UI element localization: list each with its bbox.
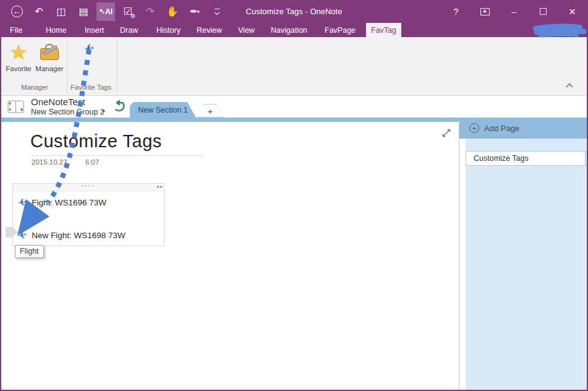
section-group-name[interactable]: New Section Group 2 — [31, 108, 104, 116]
pan-button[interactable]: ✋ — [163, 2, 182, 21]
tab-file[interactable]: File — [7, 23, 25, 37]
maximize-icon — [540, 8, 547, 15]
quick-access-toolbar: ← ↶ ◫ ▤ ↖AI ☑ ⚙ ↷ ✋ — [7, 0, 226, 23]
page-date: 2015.10.27 — [32, 158, 67, 166]
undo-icon: ↶ — [35, 6, 43, 17]
collapse-ribbon-icon[interactable] — [566, 83, 573, 90]
undo-button[interactable]: ↶ — [30, 2, 48, 21]
tab-insert[interactable]: Insert — [82, 23, 106, 37]
minimize-button[interactable]: – — [500, 0, 529, 23]
flight-tag-button[interactable]: ✈ — [75, 39, 105, 86]
dock-to-desktop-button[interactable]: ◫ — [52, 2, 70, 21]
airplane-icon: ✈ — [83, 41, 95, 56]
add-page-button[interactable]: + Add Page — [459, 118, 588, 139]
move-handle-icon[interactable]: ···· — [13, 182, 164, 189]
manager-button[interactable]: Manager — [35, 39, 64, 86]
section-tab-new-section-1[interactable]: New Section 1 — [130, 102, 196, 118]
favorite-button[interactable]: ★ Favorite — [4, 39, 33, 86]
pens-button[interactable]: ✒ ▾ — [185, 2, 204, 21]
flight-tooltip: Flight — [15, 245, 44, 258]
redo-button[interactable]: ↷ — [141, 2, 160, 21]
tab-favpage[interactable]: FavPage — [322, 23, 358, 37]
note-container[interactable]: ···· ◂ ▸ ✈ Fight: WS1696 73W ✈ New Fight… — [12, 183, 164, 246]
qat-menu-icon — [215, 9, 219, 14]
tab-favtag[interactable]: FavTag — [366, 23, 401, 37]
ribbon-tab-bar: File Home Insert Draw History Review Vie… — [1, 23, 587, 37]
ai-cursor-icon: ↖AI — [99, 7, 113, 16]
gear-icon: ⚙ — [130, 13, 135, 19]
customize-qat-button[interactable] — [208, 2, 226, 21]
back-icon: ← — [11, 6, 23, 17]
note-line[interactable]: ✈ Fight: WS1696 73W — [18, 196, 106, 209]
title-underline — [30, 155, 203, 156]
create-section-tab[interactable]: + — [197, 104, 224, 118]
page-list-panel: + Add Page Customize Tags 电脑软硬件教程网 www.c… — [459, 118, 588, 390]
tab-review[interactable]: Review — [194, 23, 224, 37]
page-time: 6:07 — [85, 158, 99, 166]
onenote-window: ← ↶ ◫ ▤ ↖AI ☑ ⚙ ↷ ✋ — [0, 0, 588, 391]
flight-tag-icon[interactable]: ✈ — [17, 228, 28, 243]
page-item-customize-tags[interactable]: Customize Tags — [466, 151, 586, 166]
note-line[interactable]: ✈ New Fight: WS1698 73W — [18, 229, 126, 242]
add-page-label: Add Page — [484, 124, 519, 133]
notebook-nav: OneNoteTest New Section Group 2 ▾ New Se… — [1, 96, 587, 118]
pens-caret-icon: ▾ — [197, 9, 200, 15]
back-button[interactable]: ← — [7, 2, 26, 21]
page-canvas[interactable]: Customize Tags 2015.10.27 6:07 ···· ◂ ▸ … — [2, 122, 459, 390]
page-list-background — [466, 139, 588, 390]
ribbon-display-options-button[interactable] — [471, 0, 500, 23]
flight-tag-icon[interactable]: ✈ — [17, 196, 28, 210]
star-icon: ★ — [9, 42, 28, 62]
ribbon: ★ Favorite Manager Manager ✈ Favorite Ta… — [1, 37, 587, 96]
dock-icon: ◫ — [56, 6, 66, 17]
expand-page-icon[interactable] — [441, 128, 451, 138]
full-page-view-button[interactable]: ▤ — [74, 2, 93, 21]
ribbon-display-icon — [480, 8, 490, 15]
help-button[interactable]: ? — [441, 0, 471, 23]
plus-circle-icon: + — [469, 123, 479, 133]
close-button[interactable]: × — [558, 0, 587, 23]
notebook-name[interactable]: OneNoteTest — [31, 97, 85, 107]
maximize-button[interactable] — [529, 0, 558, 23]
manager-button-label: Manager — [35, 65, 63, 72]
note-container-header[interactable]: ···· ◂ ▸ — [13, 184, 164, 191]
full-page-icon: ▤ — [79, 6, 88, 17]
tab-draw[interactable]: Draw — [117, 23, 140, 37]
favorite-button-label: Favorite — [6, 65, 32, 72]
tab-view[interactable]: View — [236, 23, 257, 37]
notebook-icon[interactable] — [7, 100, 25, 114]
note-line-text[interactable]: Fight: WS1696 73W — [32, 198, 106, 207]
tab-history[interactable]: History — [154, 23, 183, 37]
toolbox-icon — [40, 44, 59, 60]
notebook-dropdown-icon[interactable]: ▾ — [102, 108, 105, 114]
manager-group-label: Manager — [10, 84, 59, 91]
favorite-pens-button[interactable]: ↖AI — [96, 2, 115, 21]
tag-settings-button[interactable]: ☑ ⚙ — [119, 2, 137, 21]
tab-home[interactable]: Home — [43, 23, 69, 37]
page-title[interactable]: Customize Tags — [30, 131, 162, 152]
titlebar: ← ↶ ◫ ▤ ↖AI ☑ ⚙ ↷ ✋ — [1, 0, 587, 23]
group-divider — [117, 40, 117, 93]
redo-icon: ↷ — [146, 6, 154, 17]
favorite-tags-group-label: Favorite Tags — [66, 84, 116, 91]
tab-navigation[interactable]: Navigation — [268, 23, 310, 37]
note-line-text[interactable]: New Fight: WS1698 73W — [32, 231, 126, 240]
resize-handle-icon[interactable]: ◂ ▸ — [156, 184, 163, 189]
window-controls: ? – × — [441, 0, 587, 23]
pan-hand-icon: ✋ — [166, 6, 179, 17]
navigate-back-icon[interactable] — [113, 100, 125, 113]
